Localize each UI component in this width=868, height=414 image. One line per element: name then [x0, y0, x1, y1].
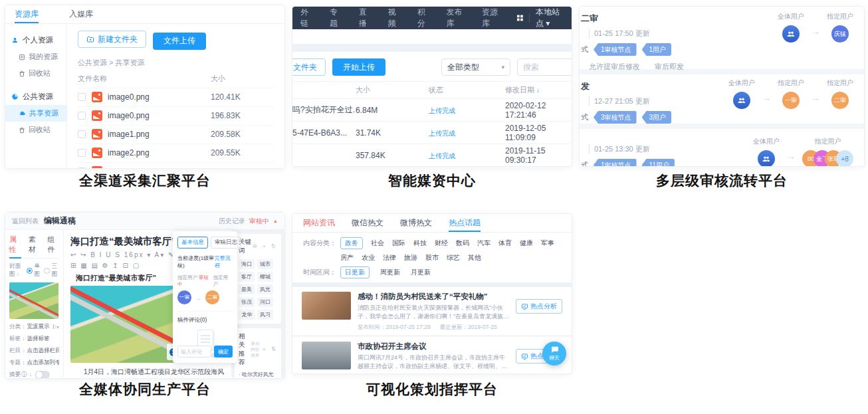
nav-item-video[interactable]: 视频	[388, 7, 401, 29]
nav-item-publish-library[interactable]: 发布库	[447, 7, 465, 29]
hot-topic-item[interactable]: 市政协召开主席会议 周口网讯7月24号，市政协召开主席会议，市政协主席牛越丽主持…	[292, 335, 572, 373]
nav-item-live[interactable]: 直播	[359, 7, 372, 29]
nav-item-resource-library[interactable]: 资源库	[482, 7, 500, 29]
row-checkbox[interactable]	[78, 167, 86, 168]
category-chip-selected[interactable]: 政务	[340, 237, 363, 249]
apps-grid-icon[interactable]	[517, 14, 523, 22]
category-chip[interactable]: 汽车	[477, 239, 490, 248]
col-date[interactable]: 修改日期↓	[505, 85, 572, 95]
new-folder-button[interactable]: 新建文件夹	[78, 31, 146, 48]
nav-item-topics[interactable]: 专题	[330, 7, 342, 29]
category-chip[interactable]: 健康	[520, 239, 533, 248]
popup-tab-basic-info[interactable]: 基本信息	[177, 237, 208, 249]
status-badge[interactable]: 审核中	[249, 217, 269, 226]
nav-item-external-link[interactable]: 外链	[300, 7, 313, 29]
hot-topic-item[interactable]: 感动！消防员为村民送来了“平安礼物” 消防员正在给村民安装火灾探测报警器，长城网…	[292, 287, 572, 335]
review-flow-card[interactable]: 二审 01-25 17:50 更新 式 1审核节点 1用户 允许提审后修改 审后…	[580, 7, 864, 69]
sidebar-item-my-resources[interactable]: 我的资源	[5, 49, 66, 65]
category-chip[interactable]: 数码	[456, 239, 469, 248]
table-row[interactable]: 5-47E4-B6A3... 31.74K 上传完成 2019-12-05 11…	[292, 121, 572, 144]
category-chip[interactable]: 社会	[371, 239, 384, 248]
new-folder-button[interactable]: 文件夹	[292, 58, 326, 76]
sidebar-item-shared-resources[interactable]: 共享资源	[5, 105, 66, 122]
tab-weibo-hot[interactable]: 微博热文	[400, 214, 432, 232]
chat-fab-button[interactable]: 聊天	[542, 342, 566, 365]
radio-triple-image[interactable]	[44, 268, 50, 274]
sidebar-item-recycle-personal[interactable]: 回收站	[5, 65, 66, 82]
tab-media-inbox[interactable]: 入媒库	[69, 5, 93, 23]
related-item[interactable]: ·哈尔滨好风光	[239, 371, 277, 378]
cover-thumbnail[interactable]	[9, 282, 58, 319]
keyword-chip[interactable]: 张茂	[239, 297, 255, 307]
file-name[interactable]: image0.png	[108, 167, 211, 168]
keyword-chip[interactable]: 龙华	[239, 310, 255, 320]
sidebar-group-public[interactable]: 公共资源	[5, 88, 66, 105]
keyword-chip[interactable]: 河口	[257, 297, 273, 307]
keyword-tool-icons[interactable]: ⊖ ＋ ↻	[253, 243, 277, 251]
table-row[interactable]: image0.png264.56K	[78, 162, 274, 169]
sidebar-group-personal[interactable]: 个人资源	[5, 32, 66, 49]
table-row[interactable]: 吗?实拍花开全过... 6.84M 上传完成 2020-02-12 17:21:…	[292, 98, 572, 121]
popup-tab-review-log[interactable]: 审稿日志	[211, 237, 241, 249]
keyword-chip[interactable]: 客厅	[239, 272, 255, 282]
article-body-text[interactable]: 1月4日，海口湾畅通工程项目龙华区示范段海风习习，吸引市民散步休闲。据了解，该示…	[70, 367, 226, 378]
table-row[interactable]: image0.png120.41K	[78, 88, 274, 106]
review-flow-card[interactable]: 01-25 13:30 更新 式 1审核节点 11用户 允许提审后修改 审后即发…	[580, 129, 864, 166]
category-chip[interactable]: 科技	[413, 239, 427, 248]
file-upload-button[interactable]: 文件上传	[153, 33, 206, 50]
topic-title[interactable]: 感动！消防员为村民送来了“平安礼物”	[358, 292, 509, 302]
category-chip[interactable]: 股市	[425, 253, 439, 262]
category-chip[interactable]: 体育	[498, 239, 512, 248]
file-name[interactable]: 5-47E4-B6A3...	[292, 128, 356, 138]
file-name[interactable]: image0.png	[108, 111, 211, 120]
full-flow-link[interactable]: 完整流程	[215, 255, 233, 269]
row-checkbox[interactable]	[78, 149, 86, 157]
row-checkbox[interactable]	[78, 112, 86, 120]
tab-site-news[interactable]: 网站资讯	[303, 214, 335, 232]
category-chip[interactable]: 旅游	[404, 253, 417, 262]
tab-properties[interactable]: 属性	[9, 235, 21, 255]
back-to-list-link[interactable]: 返回列表	[12, 217, 39, 226]
tab-resource-library[interactable]: 资源库	[15, 5, 39, 23]
keyword-chip[interactable]: 最美	[239, 284, 255, 294]
related-tool-icons[interactable]: ＋ ⇅	[261, 346, 277, 354]
nav-item-points[interactable]: 积分	[417, 7, 430, 29]
category-chip[interactable]: 财经	[435, 239, 448, 248]
category-chip[interactable]: 农业	[362, 253, 375, 262]
time-chip-selected[interactable]: 日更新	[340, 266, 370, 278]
keyword-chip[interactable]: 城市	[257, 259, 273, 269]
start-upload-button[interactable]: 开始上传	[332, 58, 385, 76]
category-chip[interactable]: 军事	[541, 239, 554, 248]
category-chip[interactable]: 其他	[468, 253, 481, 262]
tab-components[interactable]: 组件	[47, 235, 59, 255]
field-category[interactable]: 分类： 宽滚展示（勿动） ▾	[9, 323, 59, 331]
file-name[interactable]: image2.png	[108, 148, 211, 157]
keyword-chip[interactable]: 海口	[239, 259, 255, 269]
tab-materials[interactable]: 素材	[29, 235, 41, 255]
tab-hot-topics[interactable]: 热点话题	[449, 214, 481, 232]
keyword-chip[interactable]: 椰城	[257, 272, 273, 282]
category-chip[interactable]: 房产	[340, 253, 354, 262]
field-topic[interactable]: 专题： 点击添加到专题	[9, 359, 59, 367]
hot-analysis-button[interactable]: 热点分析	[516, 299, 562, 314]
table-row[interactable]: image1.png209.58K	[78, 125, 274, 144]
category-chip[interactable]: 综艺	[447, 253, 460, 262]
row-checkbox[interactable]	[78, 93, 86, 101]
category-chip[interactable]: 国际	[392, 239, 405, 248]
summary-toggle[interactable]	[35, 371, 50, 378]
table-row[interactable]: image0.png196.83K	[78, 106, 274, 125]
time-chip[interactable]: 月更新	[411, 268, 431, 277]
review-flow-card[interactable]: 发 12-27 21:05 更新 式 3审核节点 3用户 全体用户 → 指定用户…	[580, 74, 864, 124]
breadcrumb-root[interactable]: 公共资源	[78, 58, 107, 66]
file-name[interactable]: image1.png	[108, 130, 211, 139]
time-chip[interactable]: 周更新	[380, 268, 400, 277]
comment-submit-button[interactable]: 确定	[214, 346, 233, 358]
keyword-chip[interactable]: 风习	[257, 310, 273, 320]
comment-input[interactable]	[177, 346, 211, 358]
field-column[interactable]: 栏目： 点击选择栏目	[9, 347, 59, 355]
history-link[interactable]: 历史记录	[219, 217, 245, 226]
topic-title[interactable]: 市政协召开主席会议	[358, 342, 509, 352]
row-checkbox[interactable]	[78, 130, 86, 138]
keyword-chip[interactable]: 风光	[257, 284, 273, 294]
tab-wechat-hot[interactable]: 微信热文	[352, 214, 383, 232]
